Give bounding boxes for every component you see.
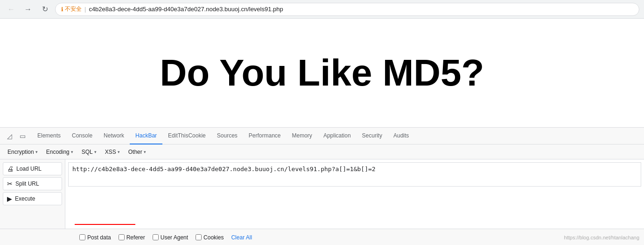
post-data-checkbox-label[interactable]: Post data (79, 234, 111, 241)
tab-hackbar[interactable]: HackBar (130, 128, 162, 144)
tab-elements[interactable]: Elements (32, 128, 66, 144)
url-underline-decoration (75, 224, 135, 225)
insecure-icon: ℹ (61, 6, 63, 13)
cookies-checkbox[interactable] (196, 234, 202, 240)
url-input[interactable] (68, 162, 641, 187)
page-content: Do You Like MD5? (0, 19, 644, 127)
tab-editthiscookie[interactable]: EditThisCookie (162, 128, 211, 144)
encryption-arrow: ▾ (35, 150, 38, 154)
address-url[interactable]: c4b2e8a3-dece-4dd5-aa99-d40e3a7de027.nod… (89, 6, 283, 13)
hackbar-toolbar: Encryption ▾ Encoding ▾ SQL ▾ XSS ▾ Othe… (0, 144, 644, 159)
address-bar: ℹ 不安全 | c4b2e8a3-dece-4dd5-aa99-d40e3a7d… (55, 3, 639, 16)
url-separator: | (84, 6, 86, 13)
encryption-menu[interactable]: Encryption ▾ (4, 147, 42, 157)
insecure-label: 不安全 (65, 5, 82, 13)
referer-checkbox[interactable] (119, 234, 125, 240)
devtools-icons: ◿ ▭ (4, 130, 28, 142)
other-menu[interactable]: Other ▾ (125, 147, 150, 157)
xss-label: XSS (105, 149, 116, 155)
hackbar-sidebar: 🖨 Load URL ✂ Split URL ▶ Execute (0, 159, 65, 229)
inspect-icon[interactable]: ◿ (4, 130, 15, 142)
devtools-tabbar: ◿ ▭ Elements Console Network HackBar Edi… (0, 128, 644, 144)
referer-label: Referer (126, 234, 145, 241)
hackbar-main: 🖨 Load URL ✂ Split URL ▶ Execute (0, 159, 644, 229)
forward-button[interactable]: → (21, 3, 35, 16)
encoding-arrow: ▾ (71, 150, 73, 154)
xss-menu[interactable]: XSS ▾ (101, 147, 124, 157)
hackbar-bottom: Post data Referer User Agent Cookies Cle… (0, 229, 644, 245)
user-agent-checkbox[interactable] (153, 234, 159, 240)
page-title: Do You Like MD5? (160, 51, 484, 94)
load-url-icon: 🖨 (7, 165, 14, 173)
browser-toolbar: ← → ↻ ℹ 不安全 | c4b2e8a3-dece-4dd5-aa99-d4… (0, 0, 644, 19)
reload-button[interactable]: ↻ (38, 3, 51, 16)
clear-all-button[interactable]: Clear All (231, 234, 252, 241)
tab-performance[interactable]: Performance (243, 128, 287, 144)
insecure-indicator: ℹ 不安全 (61, 5, 82, 13)
tab-audits[interactable]: Audits (388, 128, 414, 144)
sql-label: SQL (82, 149, 93, 155)
other-label: Other (128, 149, 142, 155)
tab-memory[interactable]: Memory (287, 128, 318, 144)
execute-icon: ▶ (7, 195, 12, 202)
sql-arrow: ▾ (94, 150, 97, 154)
tab-sources[interactable]: Sources (211, 128, 243, 144)
execute-button[interactable]: ▶ Execute (3, 192, 62, 205)
devtools-panel: ◿ ▭ Elements Console Network HackBar Edi… (0, 127, 644, 245)
tab-security[interactable]: Security (357, 128, 388, 144)
load-url-label: Load URL (16, 166, 42, 172)
credit-text: https://blog.csdn.net/htanlachang (564, 235, 639, 240)
split-url-label: Split URL (15, 180, 39, 187)
encryption-label: Encryption (7, 149, 34, 155)
user-agent-checkbox-label[interactable]: User Agent (153, 234, 188, 241)
encoding-label: Encoding (46, 149, 70, 155)
user-agent-label: User Agent (161, 234, 188, 241)
split-url-button[interactable]: ✂ Split URL (3, 177, 62, 190)
split-url-icon: ✂ (7, 180, 13, 187)
device-icon[interactable]: ▭ (17, 130, 28, 142)
load-url-button[interactable]: 🖨 Load URL (3, 162, 62, 175)
sql-menu[interactable]: SQL ▾ (78, 147, 100, 157)
execute-label: Execute (15, 195, 35, 202)
back-button[interactable]: ← (5, 3, 18, 16)
cookies-label: Cookies (203, 234, 224, 241)
tab-console[interactable]: Console (66, 128, 98, 144)
cookies-checkbox-label[interactable]: Cookies (196, 234, 224, 241)
referer-checkbox-label[interactable]: Referer (119, 234, 145, 241)
encoding-menu[interactable]: Encoding ▾ (42, 147, 77, 157)
tab-network[interactable]: Network (98, 128, 130, 144)
other-arrow: ▾ (144, 150, 146, 154)
tab-application[interactable]: Application (318, 128, 357, 144)
xss-arrow: ▾ (118, 150, 120, 154)
hackbar-url-area (65, 159, 644, 229)
post-data-label: Post data (87, 234, 111, 241)
post-data-checkbox[interactable] (79, 234, 85, 240)
